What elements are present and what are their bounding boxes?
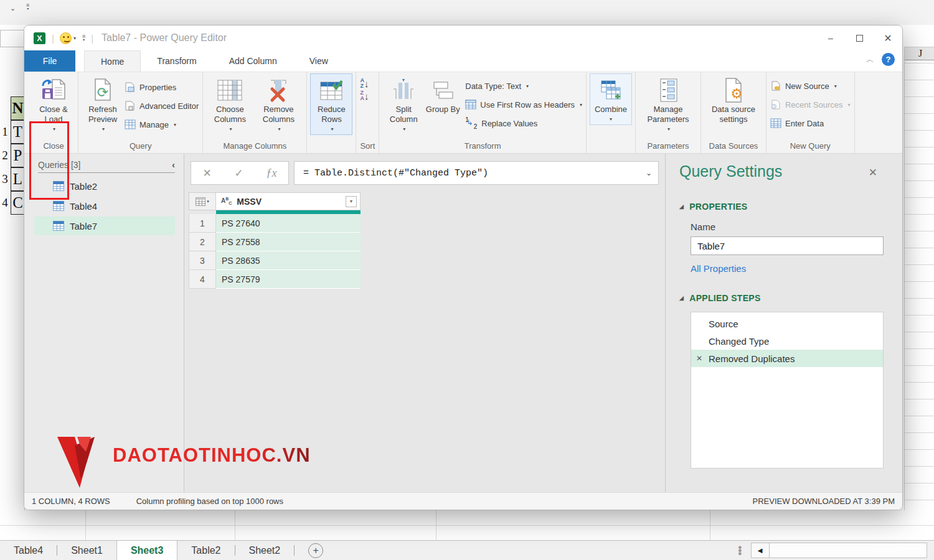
scrollbar-grip-icon[interactable]: ●●● bbox=[738, 546, 742, 555]
advanced-editor-button[interactable]: Advanced Editor bbox=[125, 96, 199, 115]
cell-value[interactable]: PS 28635 bbox=[216, 251, 361, 270]
table-icon bbox=[53, 221, 64, 231]
query-settings-title: Query Settings bbox=[679, 162, 879, 180]
group-by-button[interactable]: Group By bbox=[425, 74, 460, 114]
query-name-input[interactable] bbox=[691, 236, 884, 255]
tab-view[interactable]: View bbox=[293, 50, 344, 72]
excel-cell: P bbox=[11, 144, 25, 167]
tab-transform[interactable]: Transform bbox=[141, 50, 212, 72]
query-settings-pane: Query Settings ✕ ◢ PROPERTIES Name All P… bbox=[665, 154, 902, 492]
excel-logo-icon: X bbox=[33, 32, 46, 45]
choose-columns-button[interactable]: Choose Columns▾ bbox=[207, 74, 253, 134]
manage-parameters-button[interactable]: Manage Parameters▾ bbox=[639, 74, 697, 134]
properties-icon bbox=[125, 82, 136, 92]
use-first-row-as-headers-button[interactable]: Use First Row as Headers▾ bbox=[465, 95, 582, 114]
close-window-button[interactable]: ✕ bbox=[874, 26, 902, 50]
close-and-load-button[interactable]: Close & Load▾ bbox=[33, 74, 74, 134]
step-removed-duplicates-selected[interactable]: ✕ Removed Duplicates bbox=[691, 350, 883, 367]
formula-expand-icon[interactable]: ⌄ bbox=[646, 169, 652, 177]
feedback-smiley-icon[interactable] bbox=[60, 32, 72, 44]
column-header-mssv[interactable]: ABC MSSV ▼ bbox=[216, 192, 361, 210]
column-filter-button[interactable]: ▼ bbox=[346, 196, 357, 207]
combine-button[interactable]: Combine ▾ bbox=[590, 74, 631, 124]
excel-cell: L bbox=[11, 167, 25, 191]
scroll-left-button[interactable]: ◀ bbox=[751, 543, 770, 558]
group-reduce-rows: Reduce Rows▾ bbox=[307, 72, 356, 153]
cell-value[interactable]: PS 27640 bbox=[216, 214, 361, 233]
row-number[interactable]: 2 bbox=[189, 233, 216, 251]
maximize-button[interactable] bbox=[845, 26, 874, 50]
cell-value[interactable]: PS 27579 bbox=[216, 270, 361, 289]
step-changed-type[interactable]: Changed Type bbox=[691, 332, 883, 350]
group-close: Close & Load▾ Close bbox=[29, 72, 78, 153]
tab-file[interactable]: File bbox=[24, 50, 75, 72]
refresh-preview-button[interactable]: ⟳ Refresh Preview▾ bbox=[82, 74, 123, 134]
query-item-table2[interactable]: Table2 bbox=[34, 177, 175, 195]
new-source-button[interactable]: New Source▾ bbox=[770, 77, 851, 95]
excel-column-header[interactable]: J bbox=[905, 47, 934, 60]
help-button[interactable]: ? bbox=[882, 53, 895, 66]
row-number[interactable]: 4 bbox=[189, 270, 216, 289]
properties-button[interactable]: Properties bbox=[125, 78, 199, 96]
query-item-table7-selected[interactable]: Table7 bbox=[34, 217, 175, 235]
formula-input[interactable] bbox=[295, 168, 658, 179]
tab-add-column[interactable]: Add Column bbox=[213, 50, 293, 72]
excel-bottom-grid bbox=[0, 510, 934, 540]
chevron-down-icon[interactable]: ▾ bbox=[73, 35, 76, 41]
status-profiling-info[interactable]: Column profiling based on top 1000 rows bbox=[136, 497, 283, 506]
row-number[interactable]: 3 bbox=[189, 251, 216, 270]
sort-descending-button[interactable]: ZA↓ bbox=[360, 90, 369, 101]
chevron-down-icon: ▾ bbox=[610, 114, 612, 124]
tab-home[interactable]: Home bbox=[84, 50, 141, 72]
collapse-pane-icon[interactable]: ‹ bbox=[172, 160, 175, 170]
enter-data-button[interactable]: Enter Data bbox=[770, 114, 851, 133]
reduce-rows-button[interactable]: Reduce Rows▾ bbox=[311, 74, 352, 134]
group-manage-columns: Choose Columns▾ Remove Columns▾ Manage C… bbox=[203, 72, 307, 153]
sheet-tab-sheet3-active[interactable]: Sheet3 bbox=[116, 541, 177, 560]
close-pane-icon[interactable]: ✕ bbox=[869, 166, 877, 179]
customize-toolbar-icon[interactable]: ≡▾ bbox=[82, 34, 85, 42]
ribbon-display-icon[interactable]: ≡▾ bbox=[26, 3, 29, 11]
enter-data-icon bbox=[770, 118, 781, 128]
replace-values-button[interactable]: 1↳2 Replace Values bbox=[465, 114, 582, 133]
cell-value[interactable]: PS 27558 bbox=[216, 233, 361, 251]
name-label: Name bbox=[691, 222, 879, 232]
new-sheet-button[interactable]: + bbox=[308, 543, 323, 558]
queries-pane-header: Queries [3] bbox=[38, 160, 80, 170]
query-item-table4[interactable]: Table4 bbox=[34, 197, 175, 215]
split-column-button[interactable]: Split Column▾ bbox=[383, 74, 424, 134]
delete-step-icon[interactable]: ✕ bbox=[696, 354, 702, 363]
minimize-button[interactable]: – bbox=[816, 26, 845, 50]
sheet-tab-sheet2[interactable]: Sheet2 bbox=[235, 541, 295, 560]
sheet-tab-table2[interactable]: Table2 bbox=[177, 541, 234, 560]
scrollbar-track[interactable] bbox=[770, 543, 927, 558]
chevron-down-icon[interactable]: ⌄ bbox=[10, 5, 16, 11]
collapse-ribbon-icon[interactable]: ︿ bbox=[866, 54, 874, 65]
step-source[interactable]: Source bbox=[691, 315, 883, 332]
sheet-tab-table4[interactable]: Table4 bbox=[0, 541, 57, 560]
manage-button[interactable]: Manage▾ bbox=[125, 115, 199, 134]
group-sort: AZ↓ ZA↓ Sort bbox=[356, 72, 379, 153]
all-properties-link[interactable]: All Properties bbox=[691, 263, 746, 274]
data-source-settings-button[interactable]: ⚙ Data source settings bbox=[705, 74, 762, 124]
applied-steps-section-header[interactable]: ◢ APPLIED STEPS bbox=[679, 293, 879, 303]
chevron-down-icon: ▾ bbox=[331, 124, 333, 134]
chevron-down-icon: ▾ bbox=[834, 83, 837, 89]
window-title: Table7 - Power Query Editor bbox=[101, 32, 227, 44]
data-source-settings-icon: ⚙ bbox=[721, 76, 746, 105]
arrow-down-icon: ↓ bbox=[364, 93, 369, 99]
row-number[interactable]: 1 bbox=[189, 214, 216, 233]
chevron-down-icon: ▾ bbox=[102, 124, 105, 134]
data-type-button[interactable]: Data Type: Text▾ bbox=[465, 77, 582, 95]
recent-sources-button[interactable]: Recent Sources▾ bbox=[770, 95, 851, 114]
function-icon[interactable]: ƒx bbox=[267, 167, 277, 180]
chevron-down-icon: ▾ bbox=[526, 83, 529, 89]
formula-accept-icon[interactable]: ✓ bbox=[234, 167, 243, 180]
properties-section-header[interactable]: ◢ PROPERTIES bbox=[679, 202, 879, 212]
remove-columns-button[interactable]: Remove Columns▾ bbox=[254, 74, 303, 134]
formula-cancel-icon[interactable]: ✕ bbox=[202, 167, 211, 180]
sort-ascending-button[interactable]: AZ↓ bbox=[360, 78, 369, 89]
horizontal-scrollbar[interactable]: ●●● ◀ bbox=[738, 543, 927, 558]
sheet-tab-sheet1[interactable]: Sheet1 bbox=[57, 541, 116, 560]
select-all-corner-button[interactable]: ▾ bbox=[189, 192, 216, 210]
